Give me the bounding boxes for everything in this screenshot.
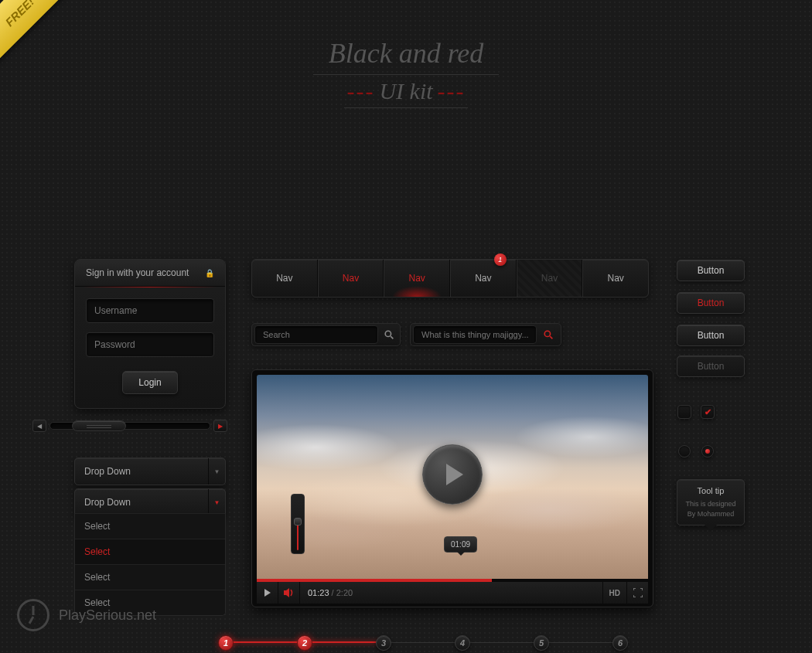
radio-off[interactable] (678, 445, 691, 457)
seek-tooltip: 01:09 (444, 536, 477, 553)
radio-on[interactable] (701, 445, 714, 457)
svg-point-0 (385, 331, 391, 336)
nav-item-disabled: Nav (517, 260, 583, 297)
slider-arrow-left-icon[interactable]: ◀ (32, 420, 46, 432)
search-input-2[interactable] (413, 325, 537, 344)
fullscreen-icon[interactable] (626, 582, 648, 604)
svg-point-2 (544, 331, 550, 336)
footer-brand: PlaySerious.net (59, 607, 156, 624)
dropdown-2[interactable]: Drop Down ▼ (74, 488, 226, 516)
notification-badge: 1 (494, 253, 507, 266)
svg-marker-4 (264, 589, 271, 597)
caret-down-icon: ▼ (214, 468, 220, 475)
page-title: Black and red ---UI kit--- (0, 0, 812, 108)
slider-arrow-right-icon[interactable]: ▶ (213, 420, 227, 432)
step-4[interactable]: 4 (455, 635, 470, 651)
search-button[interactable] (380, 325, 397, 344)
video-controls: 01:23 / 2:20 HD (257, 582, 648, 604)
slider-track[interactable] (49, 422, 210, 430)
checkbox-unchecked[interactable] (677, 405, 691, 419)
volume-slider[interactable] (291, 494, 305, 554)
checkbox-checked[interactable]: ✔ (701, 405, 715, 419)
svg-line-1 (391, 336, 393, 338)
play-icon[interactable] (257, 582, 278, 604)
dropdown-1-label: Drop Down (84, 466, 131, 477)
video-time: 01:23 / 2:20 (300, 588, 360, 597)
search-icon (384, 330, 394, 340)
lock-icon: 🔒 (205, 269, 214, 277)
step-6[interactable]: 6 (612, 635, 628, 651)
nav-label: Nav (475, 273, 491, 284)
step-5[interactable]: 5 (534, 635, 549, 651)
button-2[interactable]: Button (677, 292, 745, 314)
hd-toggle[interactable]: HD (602, 582, 626, 604)
search-bar (251, 323, 401, 346)
step-3[interactable]: 3 (376, 635, 391, 651)
dropdown-option[interactable]: Select (75, 539, 225, 564)
dropdown-option[interactable]: Select (75, 564, 225, 590)
login-button[interactable]: Login (122, 371, 177, 394)
tooltip-title: Tool tip (684, 486, 738, 495)
search-icon (544, 330, 554, 340)
dropdown-2-label: Drop Down (84, 497, 131, 508)
nav-item-active[interactable]: Nav (384, 260, 450, 297)
nav-bar: Nav Nav Nav Nav 1 Nav Nav (251, 259, 649, 298)
step-progress: 1 2 3 4 5 6 (218, 635, 628, 651)
login-heading: Sign in with your account (86, 267, 189, 278)
search-input[interactable] (254, 325, 378, 344)
tooltip-body: This is designedBy Mohammed (684, 499, 738, 519)
nav-item[interactable]: Nav (252, 260, 318, 297)
tooltip: Tool tip This is designedBy Mohammed (677, 479, 745, 525)
horizontal-slider: ◀ ▶ (32, 417, 227, 434)
video-screen[interactable]: 01:09 (257, 375, 648, 582)
step-2[interactable]: 2 (297, 635, 312, 651)
footer: PlaySerious.net (17, 599, 156, 631)
nav-item-hover[interactable]: Nav (318, 260, 384, 297)
nav-item[interactable]: Nav 1 (450, 260, 517, 297)
logo-icon (17, 599, 49, 631)
button-3[interactable]: Button (677, 325, 745, 346)
svg-line-3 (550, 336, 552, 338)
step-1[interactable]: 1 (218, 635, 234, 651)
svg-marker-5 (284, 588, 289, 597)
login-panel: Sign in with your account 🔒 Login (74, 259, 226, 409)
dropdown-1[interactable]: Drop Down ▼ (74, 457, 226, 485)
video-player: 01:09 01:23 / 2:20 HD (251, 369, 653, 607)
search-button-2[interactable] (539, 325, 558, 344)
title-line2: ---UI kit--- (0, 78, 812, 104)
button-4-disabled: Button (677, 355, 745, 377)
play-button[interactable] (422, 444, 483, 505)
title-line1: Black and red (0, 37, 812, 70)
nav-item[interactable]: Nav (582, 260, 648, 297)
username-field[interactable] (86, 298, 214, 323)
dropdown-option[interactable]: Select (75, 513, 225, 539)
search-bar-2 (410, 323, 561, 346)
volume-icon[interactable] (278, 582, 300, 604)
button-1[interactable]: Button (677, 260, 745, 281)
caret-down-icon: ▼ (214, 499, 220, 506)
slider-thumb[interactable] (72, 420, 126, 431)
password-field[interactable] (86, 332, 214, 357)
